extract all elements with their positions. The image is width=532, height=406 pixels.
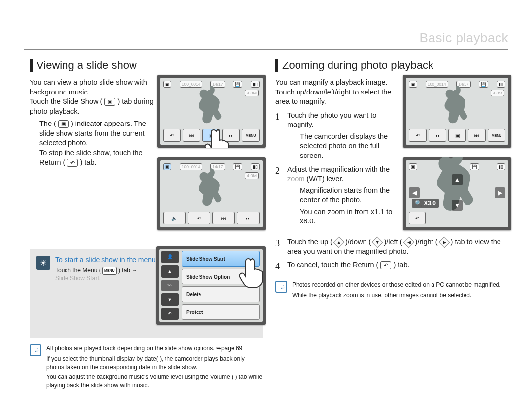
- note-icon: 𝓲: [275, 281, 287, 293]
- hand-pointer-icon: [236, 256, 270, 290]
- sidebar-return-icon[interactable]: ↶: [161, 308, 179, 320]
- return-button[interactable]: ↶: [409, 129, 427, 142]
- nav-up-icon: ▲: [333, 237, 345, 248]
- step-number-2: 2: [275, 165, 285, 177]
- lcd-screenshot-slideshow-2: ▣ 100_0014 14/17 💾 4.0M 🔈 ↶: [157, 157, 266, 230]
- menu-icon: [102, 267, 117, 275]
- intro-text: You can view a photo slide show with bac…: [30, 78, 158, 167]
- return-button[interactable]: ↶: [188, 212, 210, 224]
- resolution-indicator: 4.0M: [491, 90, 504, 96]
- note-icon: 𝓲: [30, 344, 41, 356]
- prev-button[interactable]: ⏮: [212, 212, 235, 224]
- section-title-slideshow: Viewing a slide show: [30, 59, 263, 72]
- menu-button[interactable]: MENU: [242, 129, 260, 142]
- next-button[interactable]: ⏭: [468, 129, 486, 142]
- return-icon: [380, 261, 391, 269]
- lcd-screenshot-menu: 👤 ▲ 1/2 ▼ ↶ Slide Show Start Slide Show …: [156, 246, 266, 325]
- step-number-3: 3: [275, 237, 285, 249]
- right-column: Zooming during photo playback You can ma…: [275, 59, 508, 390]
- intro-text: You can magnify a playback image. Touch …: [275, 78, 403, 107]
- chapter-title: Basic playback: [420, 31, 508, 46]
- return-button[interactable]: ↶: [409, 212, 426, 224]
- tipbox-slideshow-menu: ☀ To start a slide show in the menu scre…: [30, 249, 263, 338]
- slideshow-indicator-icon: ▣: [163, 163, 171, 170]
- horizontal-rule: [24, 49, 508, 50]
- resolution-indicator: 4.0M: [245, 90, 259, 96]
- nav-right-button[interactable]: ▶: [495, 187, 505, 198]
- photo-silhouette: [437, 84, 477, 127]
- battery-icon: [251, 163, 260, 170]
- note-block-zoom: 𝓲 Photos recorded on other devices or th…: [275, 281, 508, 300]
- hand-pointer-icon: [201, 127, 236, 148]
- slideshow-icon: [104, 98, 115, 106]
- sd-card-icon: 💾: [233, 163, 242, 170]
- battery-icon: [497, 163, 505, 170]
- sd-card-icon: 💾: [233, 81, 242, 88]
- left-column: Viewing a slide show You can view a phot…: [30, 59, 263, 390]
- note-text: Photos recorded on other devices or thos…: [292, 281, 501, 300]
- sidebar-counter: 1/2: [161, 280, 179, 292]
- nav-up-button[interactable]: ▲: [452, 174, 463, 185]
- prev-button[interactable]: ⏮: [183, 129, 200, 142]
- return-icon: [67, 159, 78, 167]
- sidebar-up-icon[interactable]: ▲: [161, 265, 179, 278]
- nav-right-icon: ▶: [438, 237, 450, 248]
- resolution-indicator: 4.0M: [245, 172, 259, 179]
- step-3-text: Touch the up ( ▲ )/down ( ▼ )/left ( ◀ )…: [287, 237, 505, 256]
- menu-button[interactable]: MENU: [488, 129, 505, 142]
- prev-button[interactable]: ⏮: [429, 129, 446, 142]
- section-title-text: Zooming during photo playback: [282, 59, 433, 72]
- step-number-1: 1: [275, 111, 285, 123]
- photo-mode-icon: ▣: [409, 81, 417, 88]
- section-bar-icon: [275, 59, 278, 72]
- photo-mode-icon: ▣: [409, 163, 417, 170]
- photo-mode-icon: ▣: [163, 81, 171, 88]
- battery-icon: [251, 81, 260, 88]
- lightbulb-icon: ☀: [36, 256, 50, 270]
- nav-down-icon: ▼: [372, 237, 383, 248]
- menu-item-protect[interactable]: Protect: [182, 304, 260, 320]
- next-button[interactable]: ⏭: [237, 212, 260, 224]
- sd-card-icon: 💾: [479, 81, 488, 88]
- section-title-text: Viewing a slide show: [36, 59, 137, 72]
- nav-left-button[interactable]: ◀: [409, 187, 420, 198]
- step-2-text: Adjust the magnification with the zoom (…: [287, 165, 400, 226]
- battery-icon: [497, 81, 505, 88]
- return-button[interactable]: ↶: [163, 129, 181, 142]
- slideshow-indicator-icon: [58, 120, 69, 128]
- photo-silhouette: [192, 166, 231, 210]
- nav-left-icon: ◀: [403, 237, 414, 248]
- lcd-screenshot-zoom-1: ▣ 100_0014 14/17 💾 4.0M ↶ ⏮: [403, 75, 511, 148]
- note-text: All photos are played back depending on …: [46, 344, 263, 390]
- step-1-text: Touch the photo you want to magnify. The…: [287, 111, 400, 161]
- lcd-screenshot-slideshow-1: ▣ 100_0014 14/17 💾 4.0M ↶ ⏮: [157, 75, 266, 148]
- step-4-text: To cancel, touch the Return ( ) tab.: [287, 260, 505, 270]
- section-title-zoom: Zooming during photo playback: [275, 59, 508, 72]
- note-block-slideshow: 𝓲 All photos are played back depending o…: [30, 344, 263, 390]
- nav-down-button[interactable]: ▼: [452, 200, 463, 211]
- volume-button[interactable]: 🔈: [163, 212, 186, 224]
- section-bar-icon: [30, 59, 33, 72]
- lcd-screenshot-zoom-2: ▣ 💾 🔍 X3.0 ◀ ▶ ▲ ▼: [403, 157, 511, 230]
- sidebar-person-icon[interactable]: 👤: [161, 251, 179, 263]
- step-number-4: 4: [275, 260, 285, 272]
- photo-silhouette: [192, 84, 231, 127]
- zoom-level-indicator: 🔍 X3.0: [412, 199, 439, 208]
- sidebar-down-icon[interactable]: ▼: [161, 293, 179, 306]
- slideshow-button[interactable]: ▣: [448, 129, 466, 142]
